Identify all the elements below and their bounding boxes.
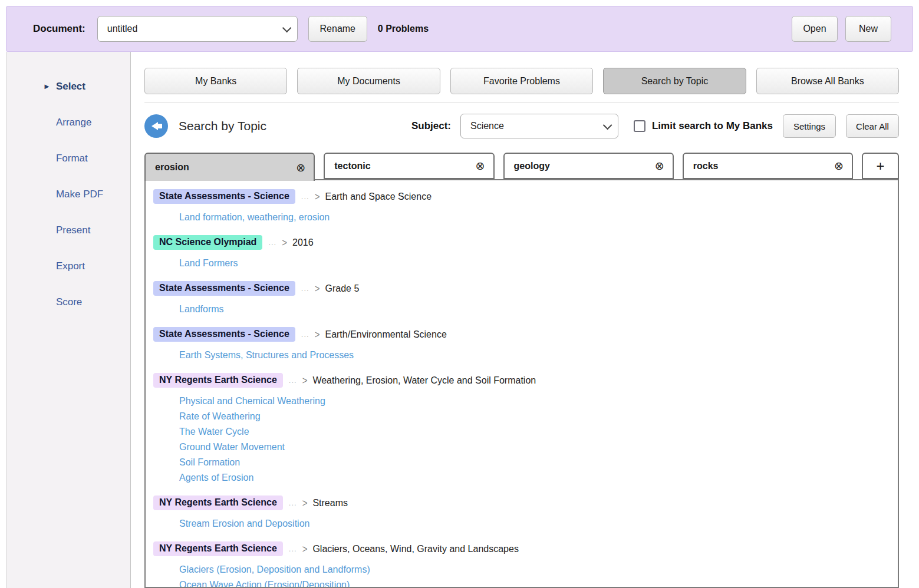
topic-link[interactable]: Earth Systems, Structures and Processes xyxy=(179,348,354,363)
topic-link[interactable]: Glaciers (Erosion, Deposition and Landfo… xyxy=(179,562,370,577)
rename-button[interactable]: Rename xyxy=(308,16,367,42)
sidebar-item-label: Score xyxy=(56,296,82,308)
sidebar-item-score[interactable]: ► Score xyxy=(6,284,130,320)
sidebar-item-export[interactable]: ► Export xyxy=(6,248,130,284)
back-arrow-icon xyxy=(151,122,158,130)
sidebar-item-label: Make PDF xyxy=(56,189,103,200)
tabs-divider xyxy=(144,102,899,103)
path-ellipsis: ... xyxy=(289,376,297,385)
topic-list: Land Formers xyxy=(179,256,888,271)
search-term-tab-geology[interactable]: geology ⊗ xyxy=(503,153,674,179)
tab-favorite-problems[interactable]: Favorite Problems xyxy=(450,68,593,94)
remove-term-icon[interactable]: ⊗ xyxy=(834,160,844,171)
topic-list: Glaciers (Erosion, Deposition and Landfo… xyxy=(179,562,888,588)
limit-search-label: Limit search to My Banks xyxy=(652,120,773,132)
limit-search-checkbox[interactable] xyxy=(634,120,645,132)
result-badge-row: State Assessments - Science ... > Earth/… xyxy=(153,327,888,342)
topic-list: Landforms xyxy=(179,302,888,317)
back-button[interactable] xyxy=(144,114,168,138)
clear-all-button[interactable]: Clear All xyxy=(846,114,899,138)
chevron-down-icon xyxy=(603,120,612,130)
bank-badge[interactable]: NC Science Olympiad xyxy=(153,235,262,250)
sidebar-item-make-pdf[interactable]: ► Make PDF xyxy=(6,176,130,212)
app-window: Document: untitled Rename 0 Problems Ope… xyxy=(0,0,919,588)
search-term-tab-tectonic[interactable]: tectonic ⊗ xyxy=(324,153,494,179)
result-group: State Assessments - Science ... > Earth/… xyxy=(153,327,888,363)
topic-link[interactable]: Ground Water Movement xyxy=(179,440,285,455)
category-path: Weathering, Erosion, Water Cycle and Soi… xyxy=(312,375,536,386)
category-path: Earth and Space Science xyxy=(325,191,431,202)
sidebar-item-label: Export xyxy=(56,260,85,272)
topic-link[interactable]: The Water Cycle xyxy=(179,424,249,440)
search-results-panel: State Assessments - Science ... > Earth … xyxy=(144,179,899,588)
topic-link[interactable]: Stream Erosion and Deposition xyxy=(179,516,309,531)
search-term-label: tectonic xyxy=(334,161,475,171)
search-term-label: erosion xyxy=(155,162,296,173)
sidebar-item-present[interactable]: ► Present xyxy=(6,212,130,248)
chevron-right-icon: > xyxy=(315,190,320,202)
remove-term-icon[interactable]: ⊗ xyxy=(476,160,485,171)
path-ellipsis: ... xyxy=(301,192,309,201)
bank-badge[interactable]: NY Regents Earth Science xyxy=(153,541,283,556)
topic-list: Earth Systems, Structures and Processes xyxy=(179,348,888,363)
path-ellipsis: ... xyxy=(301,330,309,339)
sidebar-item-format[interactable]: ► Format xyxy=(6,140,130,176)
bank-badge[interactable]: NY Regents Earth Science xyxy=(153,495,283,510)
chevron-down-icon xyxy=(282,23,292,32)
topic-link[interactable]: Landforms xyxy=(179,302,224,317)
subject-select-value: Science xyxy=(470,121,597,131)
search-term-tab-rocks[interactable]: rocks ⊗ xyxy=(683,153,853,179)
category-path: Earth/Environmental Science xyxy=(325,329,446,340)
sidebar-item-arrange[interactable]: ► Arrange xyxy=(6,104,130,140)
path-ellipsis: ... xyxy=(301,284,309,293)
document-select[interactable]: untitled xyxy=(97,16,298,42)
topic-link[interactable]: Land formation, weathering, erosion xyxy=(179,210,330,225)
result-badge-row: State Assessments - Science ... > Grade … xyxy=(153,281,888,296)
bank-badge[interactable]: State Assessments - Science xyxy=(153,281,295,296)
sidebar-item-label: Select xyxy=(56,81,85,93)
topic-list: Stream Erosion and Deposition xyxy=(179,516,888,531)
add-term-tab[interactable]: + xyxy=(862,153,899,179)
result-badge-row: State Assessments - Science ... > Earth … xyxy=(153,189,888,204)
path-ellipsis: ... xyxy=(289,544,297,553)
chevron-right-icon: > xyxy=(282,236,287,248)
topic-list: Land formation, weathering, erosion xyxy=(179,210,888,225)
search-header: Search by Topic Subject: Science Limit s… xyxy=(144,113,899,140)
page-title: Search by Topic xyxy=(179,119,266,133)
main-content: My Banks My Documents Favorite Problems … xyxy=(144,52,899,588)
new-button[interactable]: New xyxy=(845,16,891,42)
chevron-right-icon: > xyxy=(302,374,308,386)
subject-select[interactable]: Science xyxy=(460,114,618,138)
bank-badge[interactable]: State Assessments - Science xyxy=(153,189,295,204)
topic-link[interactable]: Agents of Erosion xyxy=(179,470,253,485)
sidebar-item-select[interactable]: ► Select xyxy=(6,68,130,104)
open-button[interactable]: Open xyxy=(792,16,838,42)
tab-browse-all-banks[interactable]: Browse All Banks xyxy=(756,68,899,94)
chevron-right-icon: > xyxy=(302,543,308,554)
topic-link[interactable]: Soil Formation xyxy=(179,455,240,470)
sidebar-item-label: Format xyxy=(56,153,88,164)
search-term-label: rocks xyxy=(693,161,834,171)
settings-button[interactable]: Settings xyxy=(783,114,836,138)
search-term-tab-erosion[interactable]: erosion ⊗ xyxy=(144,153,315,181)
category-path: Glaciers, Oceans, Wind, Gravity and Land… xyxy=(312,544,519,554)
result-group: NY Regents Earth Science ... > Glaciers,… xyxy=(153,541,888,588)
tab-my-documents[interactable]: My Documents xyxy=(297,68,440,94)
bank-badge[interactable]: NY Regents Earth Science xyxy=(153,373,283,388)
topic-link[interactable]: Physical and Chemical Weathering xyxy=(179,394,325,409)
topic-link[interactable]: Rate of Weathering xyxy=(179,409,261,424)
topic-link[interactable]: Land Formers xyxy=(179,256,238,271)
bank-badge[interactable]: State Assessments - Science xyxy=(153,327,295,342)
main-tab-bar: My Banks My Documents Favorite Problems … xyxy=(144,68,899,94)
sidebar: ► Select ► Arrange ► Format ► Make PDF ►… xyxy=(6,52,131,588)
topic-link[interactable]: Ocean Wave Action (Erosion/Deposition) xyxy=(179,577,350,588)
category-path: 2016 xyxy=(292,237,314,248)
sidebar-item-label: Present xyxy=(56,224,91,236)
tab-search-by-topic[interactable]: Search by Topic xyxy=(603,68,746,94)
active-arrow-icon: ► xyxy=(43,82,51,91)
remove-term-icon[interactable]: ⊗ xyxy=(296,162,305,173)
result-badge-row: NC Science Olympiad ... > 2016 xyxy=(153,235,888,250)
remove-term-icon[interactable]: ⊗ xyxy=(655,160,664,171)
path-ellipsis: ... xyxy=(289,498,297,507)
tab-my-banks[interactable]: My Banks xyxy=(144,68,287,94)
